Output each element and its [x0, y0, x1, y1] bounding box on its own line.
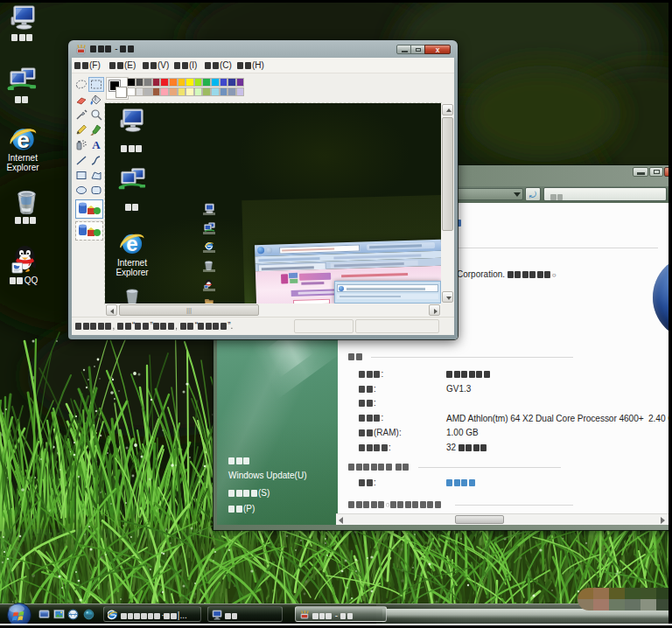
svg-text:A: A [92, 138, 101, 151]
